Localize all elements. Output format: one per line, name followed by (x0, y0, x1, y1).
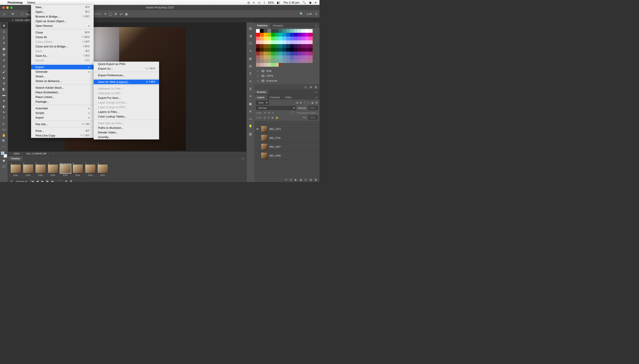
filter-smart-icon[interactable]: ▣ (311, 101, 313, 104)
play-icon[interactable]: ▶ (42, 180, 44, 182)
home-icon[interactable]: ⌂ (2, 12, 7, 16)
swatch[interactable] (305, 44, 309, 48)
swatch[interactable] (282, 40, 286, 44)
blend-mode-select[interactable]: Normal (256, 106, 296, 110)
new-layer-icon[interactable]: ⊞ (310, 178, 312, 181)
swatch[interactable] (271, 36, 275, 40)
swatch[interactable] (264, 63, 267, 67)
swatch[interactable] (275, 44, 279, 48)
folder-icon[interactable]: 🗀 (304, 86, 307, 89)
swatch[interactable] (264, 29, 267, 33)
paths-tab[interactable]: Paths (283, 95, 294, 100)
delete-frame-icon[interactable]: 🗑 (70, 180, 73, 182)
swatch[interactable] (301, 59, 305, 63)
swatch[interactable] (286, 40, 290, 44)
timeline-frame[interactable]: 40.5∨ (48, 162, 59, 176)
shape-tool[interactable]: ▭ (1, 126, 7, 132)
swatch[interactable] (282, 59, 286, 63)
info-panel-icon[interactable]: ⓘ (248, 40, 253, 46)
navigator-tab[interactable]: Navigator (270, 23, 286, 28)
timeline-tab[interactable]: Timeline (8, 156, 23, 161)
swatch[interactable] (286, 48, 290, 52)
tween-icon[interactable]: ⋮⋮ (57, 180, 62, 182)
swatch[interactable] (279, 33, 282, 36)
swatch[interactable] (275, 33, 279, 36)
foreground-background-colors[interactable] (1, 152, 7, 158)
loop-select[interactable]: Forever (15, 179, 28, 182)
swatch[interactable] (301, 29, 305, 33)
close-tab-icon[interactable]: × (12, 18, 14, 22)
menu-item[interactable]: Automate (31, 106, 94, 110)
window-minimize-button[interactable] (6, 6, 9, 9)
swatch[interactable] (260, 40, 264, 44)
menu-item[interactable]: Share on Behance... (31, 79, 94, 83)
filter-toggle-icon[interactable]: ⏻ (315, 101, 318, 104)
lock-pixels-icon[interactable]: ▧ (264, 116, 266, 119)
menu-item[interactable]: Quick Export as PNG (94, 62, 159, 66)
menu-item[interactable]: Import (31, 115, 94, 120)
frame-duration[interactable]: 0.5∨ (76, 174, 80, 176)
eraser-tool[interactable]: ◧ (1, 86, 7, 92)
search-icon[interactable]: 🔍 (299, 12, 304, 16)
swatch[interactable] (279, 52, 282, 56)
frame-tool[interactable]: ⊞ (1, 52, 7, 58)
swatch[interactable] (297, 56, 301, 59)
lock-position-icon[interactable]: ✥ (267, 116, 269, 119)
swatch[interactable] (264, 36, 267, 40)
airplay-icon[interactable]: ▭ (258, 1, 260, 4)
swatch[interactable] (271, 44, 275, 48)
zoom-tool[interactable]: 🔍 (1, 138, 7, 144)
swatch[interactable] (290, 56, 294, 59)
menu-select[interactable]: Select (25, 0, 40, 5)
swatch[interactable] (271, 48, 275, 52)
menu-item[interactable]: Close⌘W (31, 30, 94, 35)
menu-item[interactable]: Close and Go to Bridge...⇧⌘W (31, 44, 94, 49)
swatch[interactable] (275, 59, 279, 63)
swatch[interactable] (256, 29, 260, 33)
swatch[interactable] (286, 29, 290, 33)
delete-layer-icon[interactable]: 🗑 (314, 178, 317, 181)
menu-item[interactable]: Zoomify... (94, 135, 159, 140)
swatch[interactable] (309, 48, 313, 52)
doc-size[interactable]: Doc: 3.34M/45.9M (27, 152, 46, 155)
swatch[interactable] (260, 59, 264, 63)
frame-duration[interactable]: 0.5∨ (38, 174, 43, 176)
swatch[interactable] (294, 52, 297, 56)
swatch[interactable] (275, 29, 279, 33)
swatch[interactable] (309, 40, 313, 44)
swatch[interactable] (301, 44, 305, 48)
swatch[interactable] (305, 40, 309, 44)
swatch[interactable] (290, 59, 294, 63)
swatch[interactable] (286, 56, 290, 59)
swatch[interactable] (260, 56, 264, 59)
siri-icon[interactable]: ◉ (309, 1, 311, 4)
swatch[interactable] (301, 52, 305, 56)
swatch[interactable] (290, 48, 294, 52)
swatch[interactable] (267, 59, 271, 63)
swatch[interactable] (305, 52, 309, 56)
swatch[interactable] (260, 52, 264, 56)
swatch[interactable] (305, 29, 309, 33)
filter-shape-icon[interactable]: ▭ (307, 101, 309, 104)
swatch-folder[interactable]: Grayscale (256, 78, 318, 83)
prev-frame-icon[interactable]: ◀| (36, 180, 39, 182)
actions-panel-icon[interactable]: ▭ (248, 116, 253, 122)
swatch[interactable] (282, 52, 286, 56)
hand-tool[interactable]: ✋ (1, 132, 7, 138)
glyphs2-panel-icon[interactable]: A (248, 108, 253, 114)
swatch[interactable] (260, 44, 264, 48)
swatch[interactable] (260, 48, 264, 52)
swatch[interactable] (256, 52, 260, 56)
swatch[interactable] (275, 48, 279, 52)
swatch[interactable] (294, 48, 297, 52)
app-name[interactable]: Photoshop (5, 1, 25, 4)
panel-menu-icon[interactable]: ≡ (313, 90, 320, 94)
swatch[interactable] (305, 33, 309, 36)
new-frame-icon[interactable]: ⊞ (65, 180, 67, 182)
menu-item[interactable]: Export Preferences... (94, 73, 159, 78)
clock[interactable]: Thu 1:30 pm (283, 1, 299, 4)
history-brush-tool[interactable]: ↺ (1, 80, 7, 86)
swatch[interactable] (267, 63, 271, 67)
menu-item[interactable]: Browse in Bridge...⌥⌘O (31, 14, 94, 19)
history-panel-icon[interactable]: ▤ (248, 26, 253, 31)
